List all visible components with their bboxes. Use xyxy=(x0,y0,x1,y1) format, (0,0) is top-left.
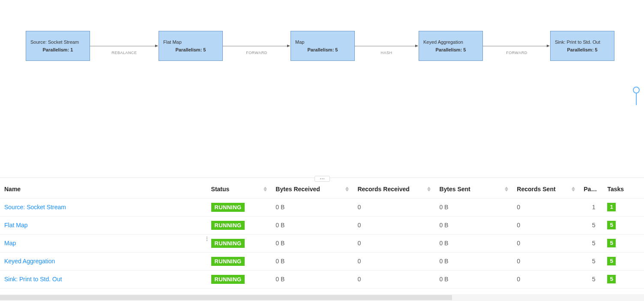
table-row[interactable]: Keyed Aggregation RUNNING 0 B 0 0 B 0 5 … xyxy=(0,252,644,270)
tasks-badge: 1 xyxy=(607,203,616,211)
graph-node-sink[interactable]: Sink: Print to Std. Out Parallelism: 5 xyxy=(550,31,614,61)
graph-edge xyxy=(90,46,158,46)
graph-node-parallelism: Parallelism: 5 xyxy=(295,47,350,52)
task-name-link[interactable]: Map xyxy=(4,240,16,247)
graph-node-flatmap[interactable]: Flat Map Parallelism: 5 xyxy=(159,31,223,61)
zoom-slider-handle[interactable] xyxy=(632,86,641,107)
col-header-records-received[interactable]: Records Received xyxy=(353,180,435,198)
table-row[interactable]: Sink: Print to Std. Out RUNNING 0 B 0 0 … xyxy=(0,270,644,288)
col-header-tasks[interactable]: Tasks xyxy=(603,180,644,198)
cell-records-received: 0 xyxy=(357,222,361,229)
svg-point-0 xyxy=(633,87,639,93)
col-header-status[interactable]: Status xyxy=(207,180,272,198)
task-name-link[interactable]: Flat Map xyxy=(4,222,27,229)
tasks-badge: 5 xyxy=(607,275,616,283)
tasks-table-wrap: Name Status Bytes Received Records Recei… xyxy=(0,180,644,301)
col-header-label: Paralle xyxy=(584,186,603,193)
cell-records-received: 0 xyxy=(357,276,361,283)
cell-bytes-sent: 0 B xyxy=(439,222,448,229)
sort-icon[interactable] xyxy=(505,187,508,191)
graph-edge xyxy=(483,46,549,46)
graph-node-source[interactable]: Source: Socket Stream Parallelism: 1 xyxy=(26,31,90,61)
status-badge: RUNNING xyxy=(211,275,245,284)
graph-edge-label: HASH xyxy=(374,51,399,55)
tasks-badge: 5 xyxy=(607,221,616,229)
sort-icon[interactable] xyxy=(345,187,349,191)
cell-bytes-sent: 0 B xyxy=(439,204,448,211)
cell-bytes-received: 0 B xyxy=(276,240,285,247)
cell-records-sent: 0 xyxy=(517,276,520,283)
cell-records-sent: 0 xyxy=(517,204,520,211)
graph-node-parallelism: Parallelism: 5 xyxy=(163,47,218,52)
graph-node-title: Keyed Aggregation xyxy=(423,39,478,45)
task-name-link[interactable]: Sink: Print to Std. Out xyxy=(4,276,62,283)
cell-records-received: 0 xyxy=(357,204,361,211)
graph-node-title: Source: Socket Stream xyxy=(30,39,85,45)
graph-edge-label: REBALANCE xyxy=(104,51,145,55)
graph-edge xyxy=(355,46,418,46)
scrollbar-thumb[interactable] xyxy=(0,295,452,300)
col-header-name[interactable]: Name xyxy=(0,180,207,198)
graph-node-parallelism: Parallelism: 5 xyxy=(555,47,610,52)
col-header-label: Tasks xyxy=(607,186,624,193)
table-row[interactable]: Flat Map RUNNING 0 B 0 0 B 0 5 5 xyxy=(0,216,644,234)
col-header-bytes-sent[interactable]: Bytes Sent xyxy=(435,180,512,198)
col-header-label: Name xyxy=(4,186,21,193)
cell-records-sent: 0 xyxy=(517,240,520,247)
graph-node-title: Map xyxy=(295,39,350,45)
graph-edge xyxy=(223,46,290,46)
col-header-records-sent[interactable]: Records Sent xyxy=(512,180,579,198)
job-graph-canvas[interactable]: Source: Socket Stream Parallelism: 1 Fla… xyxy=(0,0,644,178)
cell-bytes-sent: 0 B xyxy=(439,276,448,283)
status-badge: RUNNING xyxy=(211,239,245,248)
cell-bytes-sent: 0 B xyxy=(439,258,448,265)
table-row[interactable]: Map RUNNING 0 B 0 0 B 0 5 5 xyxy=(0,234,644,252)
sort-icon[interactable] xyxy=(427,187,431,191)
table-header-row: Name Status Bytes Received Records Recei… xyxy=(0,180,644,198)
col-header-label: Bytes Received xyxy=(276,186,320,193)
cell-records-received: 0 xyxy=(357,258,361,265)
sort-icon[interactable] xyxy=(264,187,267,191)
col-header-label: Bytes Sent xyxy=(439,186,470,193)
graph-node-title: Sink: Print to Std. Out xyxy=(555,39,610,45)
col-header-bytes-received[interactable]: Bytes Received xyxy=(271,180,353,198)
graph-node-parallelism: Parallelism: 5 xyxy=(423,47,478,52)
graph-node-title: Flat Map xyxy=(163,39,218,45)
cell-bytes-received: 0 B xyxy=(276,204,285,211)
task-name-link[interactable]: Source: Socket Stream xyxy=(4,204,66,211)
cell-bytes-received: 0 B xyxy=(276,222,285,229)
pane-splitter-horizontal[interactable] xyxy=(315,176,330,182)
cell-parallelism: 5 xyxy=(592,240,596,247)
cell-parallelism: 5 xyxy=(592,222,596,229)
cell-records-sent: 0 xyxy=(517,258,520,265)
horizontal-scrollbar[interactable] xyxy=(0,294,644,301)
cell-records-sent: 0 xyxy=(517,222,520,229)
status-badge: RUNNING xyxy=(211,203,245,212)
table-row[interactable]: Source: Socket Stream RUNNING 0 B 0 0 B … xyxy=(0,198,644,216)
graph-node-map[interactable]: Map Parallelism: 5 xyxy=(291,31,355,61)
cell-records-received: 0 xyxy=(357,240,361,247)
cell-parallelism: 5 xyxy=(592,258,596,265)
tasks-badge: 5 xyxy=(607,257,616,265)
tasks-badge: 5 xyxy=(607,239,616,247)
cell-bytes-sent: 0 B xyxy=(439,240,448,247)
graph-node-parallelism: Parallelism: 1 xyxy=(30,47,85,52)
sort-icon[interactable] xyxy=(572,187,575,191)
cell-parallelism: 5 xyxy=(592,276,596,283)
status-badge: RUNNING xyxy=(211,221,245,230)
graph-node-keyed-aggregation[interactable]: Keyed Aggregation Parallelism: 5 xyxy=(419,31,483,61)
col-header-parallelism[interactable]: Paralle xyxy=(579,180,603,198)
tasks-table: Name Status Bytes Received Records Recei… xyxy=(0,180,644,289)
col-header-label: Records Received xyxy=(357,186,409,193)
cell-parallelism: 1 xyxy=(592,204,596,211)
task-name-link[interactable]: Keyed Aggregation xyxy=(4,258,55,265)
cell-bytes-received: 0 B xyxy=(276,258,285,265)
graph-edge-label: FORWARD xyxy=(238,51,275,55)
pane-splitter-vertical[interactable] xyxy=(205,232,209,246)
col-header-label: Status xyxy=(211,186,230,193)
status-badge: RUNNING xyxy=(211,257,245,266)
col-header-label: Records Sent xyxy=(517,186,555,193)
graph-edge-label: FORWARD xyxy=(498,51,535,55)
cell-bytes-received: 0 B xyxy=(276,276,285,283)
